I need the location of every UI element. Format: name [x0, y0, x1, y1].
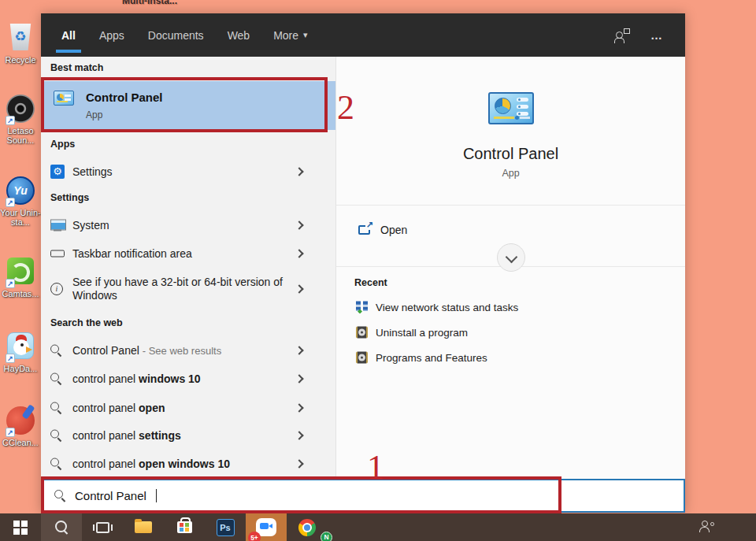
shortcut-arrow-icon: ↗: [6, 116, 15, 125]
info-icon: i: [50, 283, 63, 295]
recent-item-programs-features[interactable]: Programs and Features: [336, 347, 685, 368]
web-suggestion[interactable]: control panel windows 10: [41, 366, 335, 391]
launch-icon: ↗: [358, 225, 370, 235]
open-action[interactable]: ↗ Open: [358, 218, 407, 242]
desktop-icon-label: Camtas...: [0, 289, 41, 298]
chevron-right-icon[interactable]: [295, 249, 303, 258]
file-explorer-button[interactable]: [123, 513, 164, 541]
task-view-icon: [96, 522, 109, 533]
apps-section-header: Apps: [50, 139, 75, 150]
app-subtitle: App: [336, 168, 685, 179]
search-icon: [50, 430, 62, 442]
annotation-number-1: 1: [367, 450, 384, 485]
desktop-icon-ccleaner[interactable]: ↗ CClean...: [0, 406, 41, 447]
chevron-right-icon[interactable]: [295, 374, 303, 383]
desktop-icon-letasoft-sound-booster[interactable]: ↗ Letaso Soun...: [0, 94, 41, 145]
shortcut-arrow-icon: ↗: [6, 428, 15, 437]
control-panel-icon-large: [488, 92, 534, 124]
tab-web[interactable]: Web: [228, 13, 250, 57]
expand-chevron-button[interactable]: [497, 243, 525, 272]
system-monitor-icon: [50, 220, 65, 232]
shortcut-arrow-icon: ↗: [6, 354, 15, 363]
recent-item-network-status[interactable]: View network status and tasks: [336, 297, 685, 317]
store-bag-icon: [177, 521, 192, 533]
result-system[interactable]: System: [41, 213, 335, 238]
desktop-icon-label: CClean...: [0, 438, 41, 447]
disc-icon: [356, 352, 368, 364]
desktop-icon-label-multi-instan: Multi-Insta...: [122, 0, 177, 6]
search-icon: [50, 458, 62, 470]
shortcut-arrow-icon: ↗: [6, 279, 15, 288]
tab-documents[interactable]: Documents: [148, 13, 204, 57]
annotation-number-2: 2: [337, 91, 354, 125]
folder-icon: [135, 521, 152, 533]
chevron-right-icon[interactable]: [295, 167, 303, 176]
desktop-icon-hayday[interactable]: ↗ HayDa...: [0, 332, 41, 373]
detail-pane: Control Panel App ↗ Open Recent View net…: [335, 57, 685, 479]
web-suggestion[interactable]: control panel open: [41, 395, 335, 421]
chevron-right-icon[interactable]: [295, 431, 303, 439]
web-suggestion[interactable]: control panel open windows 10: [41, 451, 335, 476]
tab-more[interactable]: More ▾: [273, 13, 307, 57]
annotation-rect-step1: [41, 476, 561, 513]
taskbar-search-button[interactable]: [41, 513, 82, 541]
search-flyout-window: All Apps Documents Web More ▾ … Best mat…: [41, 13, 685, 513]
web-suggestion[interactable]: Control Panel - See web results: [41, 338, 335, 363]
desktop-icon-recycle-bin[interactable]: ♻ Recycle: [0, 24, 41, 65]
chevron-right-icon[interactable]: [295, 346, 303, 354]
zoom-button[interactable]: 5+: [246, 513, 287, 541]
chevron-right-icon[interactable]: [295, 220, 303, 229]
taskbar-rect-icon: [50, 250, 65, 258]
feedback-icon[interactable]: [614, 28, 630, 42]
web-suggestion[interactable]: control panel settings: [41, 423, 335, 448]
settings-section-header: Settings: [50, 192, 89, 203]
result-taskbar-notification-area[interactable]: Taskbar notification area: [41, 241, 335, 266]
photoshop-button[interactable]: Ps: [205, 513, 246, 541]
result-bit-version[interactable]: i See if you have a 32-bit or 64-bit ver…: [41, 271, 335, 307]
app-title: Control Panel: [336, 145, 685, 163]
desktop-icon-camtasia[interactable]: ↗ Camtas...: [0, 258, 41, 298]
chevron-right-icon[interactable]: [295, 284, 303, 293]
windows-logo-icon: [13, 521, 28, 535]
chrome-button[interactable]: N: [287, 513, 328, 541]
start-button[interactable]: [0, 513, 41, 541]
disc-icon: [356, 327, 368, 339]
recycle-bin-icon: ♻: [9, 24, 32, 50]
desktop-icon-your-uninstaller[interactable]: Yu ↗ Your Unin-sta...: [0, 176, 41, 227]
chrome-icon: [298, 519, 316, 536]
search-icon: [50, 345, 62, 357]
result-settings[interactable]: ⚙ Settings: [41, 159, 335, 184]
search-the-web-header: Search the web: [50, 317, 123, 328]
desktop-icon-label: Your Unin-sta...: [0, 208, 41, 227]
best-match-header: Best match: [50, 62, 103, 73]
chevron-right-icon[interactable]: [295, 403, 303, 412]
chevron-right-icon[interactable]: [295, 459, 303, 468]
tab-apps[interactable]: Apps: [99, 13, 124, 57]
microsoft-store-button[interactable]: [164, 513, 205, 541]
more-options-icon[interactable]: …: [650, 28, 663, 42]
chevron-down-icon: ▾: [303, 30, 308, 40]
photoshop-icon: Ps: [217, 519, 235, 536]
task-view-button[interactable]: [82, 513, 123, 541]
shortcut-arrow-icon: ↗: [6, 198, 15, 207]
search-icon: [50, 402, 62, 414]
notification-badge: 5+: [248, 532, 261, 541]
desktop-icon-label: HayDa...: [0, 364, 41, 373]
divider: [336, 205, 685, 206]
desktop-icon-label: Letaso Soun...: [0, 126, 41, 145]
screen: Multi-Insta... ♻ Recycle ↗ Letaso Soun..…: [0, 0, 756, 541]
search-icon: [50, 373, 62, 385]
recent-header: Recent: [354, 277, 387, 288]
tab-all[interactable]: All: [61, 13, 76, 57]
people-icon[interactable]: [699, 521, 715, 534]
recent-item-uninstall-program[interactable]: Uninstall a program: [336, 322, 685, 343]
network-icon: [356, 302, 369, 313]
taskbar: Ps 5+ N: [0, 513, 756, 541]
settings-gear-icon: ⚙: [50, 165, 65, 179]
desktop-icon-label: Recycle: [0, 55, 41, 65]
annotation-rect-step2: [41, 77, 328, 132]
search-header: All Apps Documents Web More ▾ …: [41, 13, 685, 57]
search-icon: [55, 521, 69, 534]
chrome-extension-badge: N: [321, 532, 332, 541]
